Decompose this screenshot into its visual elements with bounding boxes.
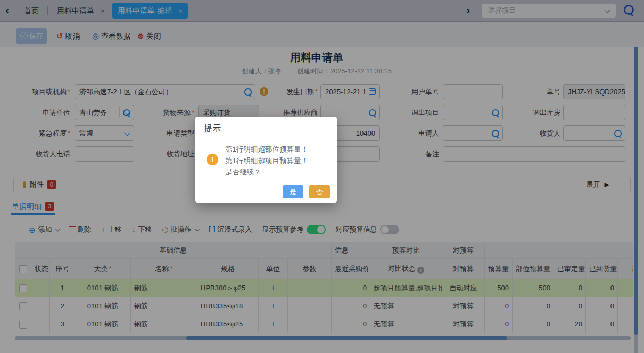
message-line: 第1行明细超项目预算量！ — [225, 155, 308, 167]
dialog-message: 第1行明细超部位预算量！ 第1行明细超项目预算量！ 是否继续？ — [225, 144, 308, 178]
dialog-title: 提示 — [204, 123, 221, 135]
message-line: 是否继续？ — [225, 166, 308, 178]
alert-dialog: 提示 ! 第1行明细超部位预算量！ 第1行明细超项目预算量！ 是否继续？ 是 否 — [195, 117, 337, 203]
warning-icon: ! — [207, 154, 218, 165]
message-line: 第1行明细超部位预算量！ — [225, 144, 308, 155]
no-button[interactable]: 否 — [309, 185, 330, 198]
yes-button[interactable]: 是 — [283, 185, 303, 198]
app-root: ‹ 首页 用料申请单 × 用料申请单-编辑 × › 选择项目 保存 ↺取消 ◎查… — [0, 0, 644, 353]
